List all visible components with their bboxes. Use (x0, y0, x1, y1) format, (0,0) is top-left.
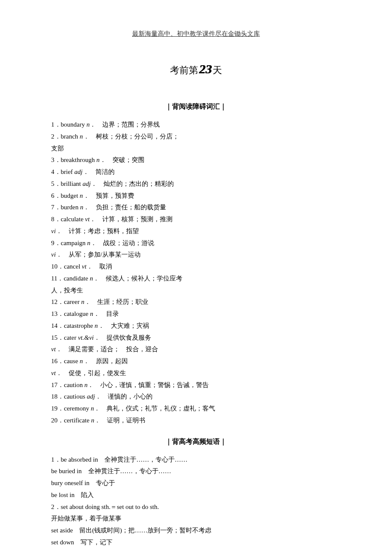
entry-definition: 全神贯注于……，专心于…… (98, 456, 187, 463)
entry-number: 14． (51, 322, 64, 329)
entry-definition: ． 促使，引起，使发生 (56, 370, 126, 376)
entry-word: certificate (64, 417, 91, 424)
entry-word: caution (64, 382, 84, 388)
entry-definition: ． 边界；范围；分界线 (89, 121, 160, 128)
entry-word: be buried in (51, 468, 82, 474)
entry-word: candidate (63, 275, 89, 282)
entry-word: boundary (61, 121, 86, 128)
vocab-entry: 19．ceremony n． 典礼，仪式；礼节，礼仪；虚礼；客气 (51, 403, 341, 415)
entry-definition: 人，投考生 (51, 287, 83, 294)
entry-number: 7． (51, 204, 61, 211)
entry-word: campaign (61, 240, 87, 246)
entry-pos: n (80, 358, 83, 364)
entry-definition: ． 灿烂的；杰出的；精彩的 (91, 180, 174, 187)
entry-definition: ． 计算；考虑；预料，指望 (56, 228, 139, 234)
entry-pos: n (96, 156, 100, 163)
vocab-entry: bury oneself in 专心于 (51, 477, 341, 489)
entry-definition: 写下，记下 (74, 539, 112, 546)
entry-definition: ． 典礼，仪式；礼节，礼仪；虚礼；客气 (94, 405, 215, 412)
entry-pos: n (87, 240, 91, 246)
vocab-entry: 3．breakthrough n． 突破；突围 (51, 154, 341, 166)
page-title: 考前第23天 (51, 62, 341, 77)
entry-definition: 专心于 (89, 480, 115, 486)
entry-pos: n (95, 322, 98, 329)
vocab-entry: 2．branch n． 树枝；分枝；分公司，分店； (51, 131, 341, 143)
entry-word: burden (61, 204, 80, 211)
entry-definition: ． 从军；参加/从事某一运动 (56, 251, 141, 258)
entry-pos: vt.&vi (78, 334, 94, 341)
entry-definition: ． 预算，预算费 (83, 192, 134, 199)
vocab-entry: vt． 满足需要，适合； 投合，迎合 (51, 344, 341, 356)
vocab-entry: 15．cater vt.&vi． 提供饮食及服务 (51, 332, 341, 344)
vocab-entry: 4．brief adj． 简洁的 (51, 166, 341, 178)
vocab-entry: 7．burden n． 负担；责任；船的载货量 (51, 202, 341, 214)
entry-pos: n (80, 192, 83, 199)
vocab-entry: 1．be absorbed in 全神贯注于……，专心于…… (51, 454, 341, 466)
entry-word: brilliant (61, 180, 83, 187)
entry-word: brief (61, 168, 75, 175)
entry-number: 9． (51, 240, 61, 246)
entry-definition: ． 突破；突围 (100, 156, 144, 163)
vocab-entry: vt． 促使，引起，使发生 (51, 367, 341, 379)
vocab-entry: be lost in 陷入 (51, 489, 341, 501)
section-heading: ｜背阅读障碍词汇｜ (51, 102, 341, 111)
entry-number: 8． (51, 216, 61, 223)
entry-definition: ． 候选人；候补人；学位应考 (93, 275, 182, 282)
vocab-entry: 1．boundary n． 边界；范围；分界线 (51, 119, 341, 131)
entry-pos: vt (51, 346, 56, 353)
entry-number: 17． (51, 382, 64, 388)
title-suffix: 天 (213, 65, 222, 75)
vocab-entry: 6．budget n． 预算，预算费 (51, 190, 341, 202)
vocab-entry: 18．cautious adj． 谨慎的，小心的 (51, 391, 341, 403)
entry-word: set aside (51, 527, 73, 534)
entry-definition: ． 取消 (86, 263, 112, 270)
entry-definition: 陷入 (75, 491, 94, 498)
entry-definition: ． 满足需要，适合； 投合，迎合 (56, 346, 158, 353)
entry-word: set down (51, 539, 74, 546)
vocab-entry: vi． 从军；参加/从事某一运动 (51, 249, 341, 261)
entry-number: 2． (51, 503, 61, 510)
entry-definition: ． 证明，证明书 (94, 417, 145, 424)
entry-number: 15． (51, 334, 64, 341)
entry-word: cancel (64, 263, 82, 270)
entry-pos: n (81, 298, 84, 305)
entry-word: be absorbed in (61, 456, 98, 463)
entry-definition: ． 提供饮食及服务 (94, 334, 151, 341)
entry-number: 13． (51, 310, 64, 317)
entry-pos: n (90, 310, 93, 317)
entry-word: breakthrough (61, 156, 97, 163)
vocab-entry: 9．campaign n． 战役；运动；游说 (51, 237, 341, 249)
vocab-entry: 16．cause n． 原因，起因 (51, 356, 341, 367)
entry-definition: ． 原因，起因 (83, 358, 128, 364)
vocab-entry: 5．brilliant adj． 灿烂的；杰出的；精彩的 (51, 178, 341, 190)
vocab-entry: 14．catastrophe n． 大灾难；灾祸 (51, 320, 341, 332)
entry-number: 4． (51, 168, 61, 175)
vocab-entry: 11．candidate n． 候选人；候补人；学位应考 (51, 273, 341, 285)
section-content: 1．boundary n． 边界；范围；分界线2．branch n． 树枝；分枝… (51, 119, 341, 427)
entry-pos: vi (51, 251, 56, 258)
entry-definition: ． 生涯；经历；职业 (84, 298, 148, 305)
entry-number: 1． (51, 121, 61, 128)
entry-pos: adj (87, 393, 95, 400)
vocab-entry: 12．career n． 生涯；经历；职业 (51, 296, 341, 308)
entry-pos: vt (82, 263, 86, 270)
entry-number: 10． (51, 263, 64, 270)
entry-word: be lost in (51, 491, 75, 498)
vocab-entry: 17．caution n． 小心，谨慎，慎重；警惕；告诫，警告 (51, 379, 341, 391)
section-content: 1．be absorbed in 全神贯注于……，专心于……be buried … (51, 454, 341, 549)
entry-number: 11． (51, 275, 63, 282)
entry-word: branch (61, 133, 80, 140)
vocab-entry: 人，投考生 (51, 285, 341, 297)
title-number: 23 (198, 62, 213, 76)
entry-number: 18． (51, 393, 64, 400)
vocab-entry: 支部 (51, 143, 341, 155)
vocab-entry: 2．set about doing sth.＝set out to do sth… (51, 501, 341, 513)
vocab-entry: 开始做某事，着手做某事 (51, 513, 341, 525)
entry-definition: ． 小心，谨慎，慎重；警惕；告诫，警告 (87, 382, 209, 388)
entry-number: 2． (51, 133, 61, 140)
entry-definition: ． 负担；责任；船的载货量 (83, 204, 166, 211)
vocab-entry: vi． 计算；考虑；预料，指望 (51, 225, 341, 237)
entry-definition: ． 简洁的 (83, 168, 115, 175)
vocab-entry: 20．certificate n． 证明，证明书 (51, 415, 341, 427)
vocab-entry: set down 写下，记下 (51, 537, 341, 549)
